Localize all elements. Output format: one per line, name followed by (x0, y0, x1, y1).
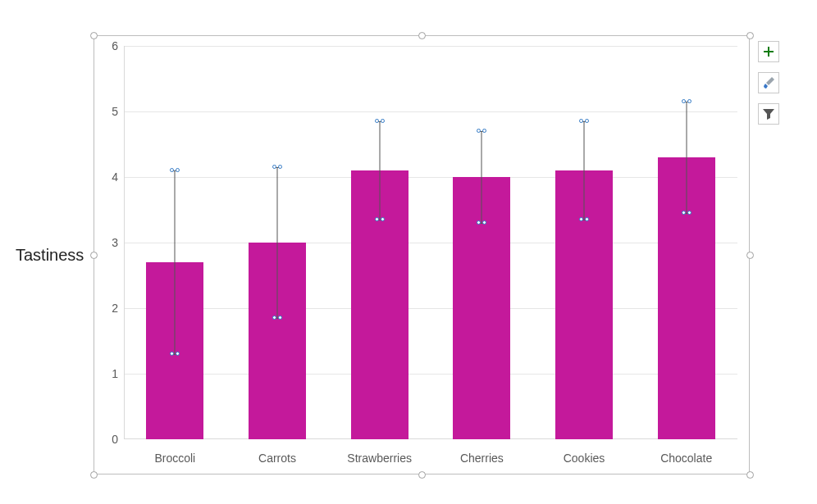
gridline (125, 46, 737, 47)
error-bar[interactable] (584, 121, 585, 220)
selection-handle[interactable] (90, 471, 98, 479)
x-tick-label: Carrots (258, 452, 296, 465)
y-tick-label: 0 (98, 433, 118, 446)
error-bar-cap (273, 318, 281, 319)
axis-title-y[interactable]: Tastiness (16, 246, 84, 265)
plot-area[interactable] (124, 46, 737, 439)
selection-handle[interactable] (418, 471, 426, 479)
error-bar[interactable] (277, 167, 278, 318)
gridline (125, 243, 737, 243)
paintbrush-icon (762, 76, 775, 89)
gridline (125, 308, 737, 309)
error-bar-cap (682, 102, 691, 102)
y-tick-label: 4 (98, 170, 118, 184)
error-bar-cap (376, 220, 384, 220)
error-bar-cap (580, 220, 588, 220)
x-tick-label: Broccoli (154, 452, 195, 465)
chart-editor-canvas: { "axis_title_y": "Tastiness", "side_but… (0, 0, 817, 504)
y-tick-label: 5 (98, 105, 118, 118)
selection-handle[interactable] (90, 32, 98, 39)
gridline (125, 177, 737, 178)
y-tick-label: 1 (98, 367, 118, 380)
x-tick-label: Cherries (460, 452, 504, 465)
selection-handle[interactable] (90, 252, 98, 259)
error-bar-cap (477, 131, 486, 132)
error-bar[interactable] (482, 131, 482, 223)
gridline (125, 374, 737, 375)
error-bar-cap (580, 121, 588, 122)
gridline (125, 111, 737, 112)
error-bar[interactable] (379, 121, 380, 220)
y-tick-label: 6 (98, 39, 118, 52)
selection-handle[interactable] (746, 471, 754, 479)
error-bar[interactable] (175, 170, 176, 354)
error-bar[interactable] (686, 102, 687, 213)
error-bar-cap (273, 167, 281, 168)
x-tick-label: Strawberries (347, 452, 412, 465)
error-bar-cap (682, 213, 691, 214)
funnel-icon (762, 107, 775, 120)
selection-handle[interactable] (418, 32, 426, 39)
error-bar-cap (171, 354, 179, 355)
y-tick-label: 2 (98, 302, 118, 315)
x-tick-label: Chocolate (660, 452, 712, 465)
chart-styles-button[interactable] (758, 72, 779, 93)
plus-icon (762, 45, 775, 58)
x-tick-label: Cookies (564, 452, 605, 465)
error-bar-cap (171, 170, 179, 171)
selection-handle[interactable] (746, 32, 754, 39)
selection-handle[interactable] (746, 252, 754, 259)
error-bar-cap (477, 223, 486, 224)
chart-elements-button[interactable] (758, 41, 779, 62)
y-tick-label: 3 (98, 236, 118, 249)
error-bar-cap (376, 121, 384, 122)
chart-filters-button[interactable] (758, 103, 779, 125)
